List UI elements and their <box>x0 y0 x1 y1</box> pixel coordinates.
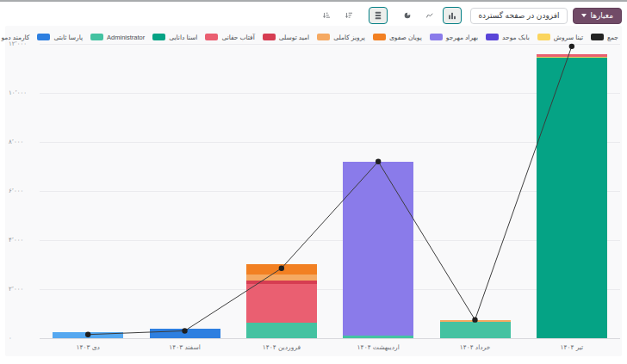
line-marker[interactable] <box>569 44 574 49</box>
bar-segment[interactable] <box>150 329 220 338</box>
legend-item-swatch <box>37 34 50 40</box>
x-axis-category-label: اردیبهشت ۱۴۰۴ <box>357 343 400 351</box>
measures-button-label: معیارها <box>591 12 613 20</box>
y-axis-tick-label: ۱۲٬۰۰۰ <box>9 40 38 47</box>
caret-down-icon <box>581 14 587 17</box>
chart-type-group <box>317 7 462 24</box>
legend-item-label: بهراد مهرجو <box>446 34 478 41</box>
pie-chart-button[interactable] <box>398 7 417 24</box>
bar-segment[interactable] <box>246 284 317 324</box>
x-axis-category-label: تیر ۱۴۰۴ <box>560 343 583 351</box>
legend-item[interactable]: Administrator <box>90 34 145 41</box>
bar-chart-icon <box>449 11 456 21</box>
legend-item[interactable]: بهراد مهرجو <box>430 34 478 41</box>
y-axis-tick-label: ۶٬۰۰۰ <box>9 188 38 194</box>
bar-segment[interactable] <box>343 162 413 336</box>
legend-item[interactable]: پویان صفوی <box>373 34 422 41</box>
chart-panel: جمعتینا سروشبابک موحدبهراد مهرجوپویان صف… <box>5 26 622 356</box>
legend-item-swatch <box>373 34 386 40</box>
legend-item-swatch <box>591 34 604 40</box>
legend-item-swatch <box>205 34 218 40</box>
legend-item[interactable]: پارسا ثابتی <box>37 34 83 41</box>
legend-item-label: تینا سروش <box>554 34 583 41</box>
x-axis-category-label: دی ۱۴۰۳ <box>76 343 99 351</box>
legend-item-label: امید توسلی <box>279 34 309 41</box>
legend-item[interactable]: جمع <box>591 34 618 41</box>
legend-item-label: Administrator <box>107 34 145 41</box>
sort-descending-button[interactable] <box>339 7 358 24</box>
x-axis-category-label: خرداد ۱۴۰۴ <box>460 343 491 351</box>
legend-item-label: آفتاب حقانی <box>221 34 254 41</box>
bar-chart-button[interactable] <box>443 7 462 24</box>
bar-segment[interactable] <box>537 57 607 58</box>
sort-descending-icon <box>345 10 352 21</box>
graph-view-screen: { "toolbar": { "measures_label": "معیاره… <box>0 0 627 364</box>
bar-segment[interactable] <box>440 320 511 323</box>
measures-button[interactable]: معیارها <box>573 8 622 24</box>
y-axis-tick-label: ۲٬۰۰۰ <box>9 286 38 293</box>
pie-chart-icon <box>404 10 411 21</box>
legend-item-swatch <box>263 34 276 40</box>
gridline <box>40 338 620 339</box>
x-axis-category-label: اسفند ۱۴۰۳ <box>169 343 201 351</box>
bar-segment[interactable] <box>246 281 317 284</box>
legend-item[interactable]: امید توسلی <box>263 34 309 41</box>
legend-item-label: اسنا دانایی <box>169 34 197 41</box>
bar-segment[interactable] <box>246 264 317 274</box>
sort-ascending-icon <box>323 10 330 21</box>
legend-item-label: پویان صفوی <box>389 34 422 41</box>
bar-segment[interactable] <box>537 58 607 338</box>
legend-item-swatch <box>152 34 165 40</box>
window-top-edge <box>0 0 627 2</box>
legend-item-swatch <box>90 34 103 40</box>
line-chart-button[interactable] <box>420 7 439 24</box>
gridline <box>40 142 620 143</box>
gridline <box>40 44 620 45</box>
bar-segment[interactable] <box>440 322 511 338</box>
chart-legend: جمعتینا سروشبابک موحدبهراد مهرجوپویان صف… <box>9 31 618 43</box>
gridline <box>40 289 620 290</box>
insert-in-spreadsheet-button[interactable]: افزودن در صفحه گسترده <box>470 8 567 24</box>
legend-item-swatch <box>430 34 443 40</box>
bar-segment[interactable] <box>343 336 413 338</box>
y-axis-tick-label: ۱۰٬۰۰۰ <box>9 89 38 96</box>
bar-segment[interactable] <box>53 332 123 338</box>
y-axis-tick-label: ۸٬۰۰۰ <box>9 139 38 145</box>
plot-area: ۰۲٬۰۰۰۴٬۰۰۰۶٬۰۰۰۸٬۰۰۰۱۰٬۰۰۰۱۲٬۰۰۰ <box>40 44 620 338</box>
x-axis-labels: دی ۱۴۰۳اسفند ۱۴۰۳فروردین ۱۴۰۴اردیبهشت ۱۴… <box>40 343 620 355</box>
legend-item-swatch <box>537 34 550 40</box>
legend-item-swatch <box>317 34 330 40</box>
insert-in-spreadsheet-label: افزودن در صفحه گسترده <box>478 11 559 20</box>
gridline <box>40 240 620 241</box>
gridline <box>40 93 620 94</box>
legend-item[interactable]: آفتاب حقانی <box>205 34 254 41</box>
legend-item[interactable]: اسنا دانایی <box>152 34 197 41</box>
bar-segment[interactable] <box>537 54 607 56</box>
legend-item[interactable]: پرویز کاملی <box>317 34 365 41</box>
legend-item-label: پارسا ثابتی <box>53 34 83 41</box>
stacked-icon <box>375 10 382 21</box>
line-chart-icon <box>426 11 433 21</box>
bar-segment[interactable] <box>246 323 317 338</box>
y-axis-tick-label: ۴٬۰۰۰ <box>9 237 38 244</box>
y-axis-tick-label: ۰ <box>9 335 38 342</box>
x-axis-category-label: فروردین ۱۴۰۴ <box>263 343 301 351</box>
legend-item-swatch <box>486 34 499 40</box>
graph-toolbar: معیارها افزودن در صفحه گسترده <box>5 5 622 26</box>
gridline <box>40 191 620 192</box>
legend-item-label: جمع <box>607 34 618 41</box>
legend-item-label: پرویز کاملی <box>333 34 365 41</box>
legend-item-label: بابک موحد <box>502 34 530 41</box>
legend-item[interactable]: بابک موحد <box>486 34 530 41</box>
legend-item[interactable]: تینا سروش <box>537 34 583 41</box>
bar-segment[interactable] <box>246 275 317 281</box>
sort-ascending-button[interactable] <box>317 7 336 24</box>
stacked-toggle-button[interactable] <box>369 7 388 24</box>
